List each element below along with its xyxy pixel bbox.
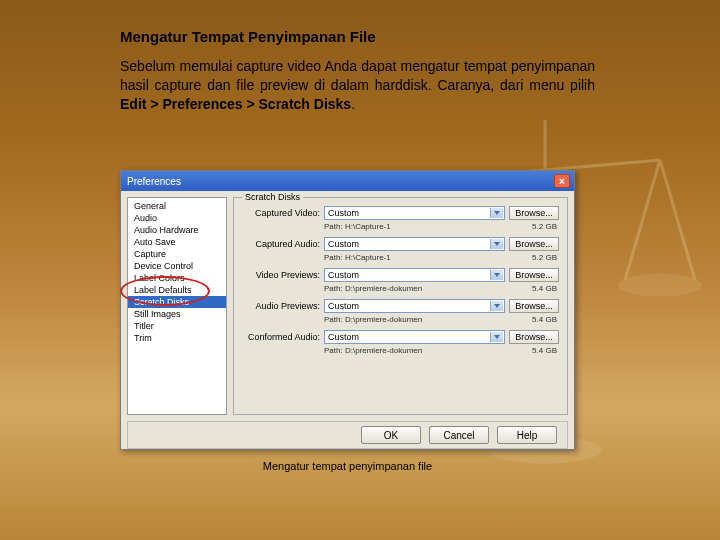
video-previews-path: Path: D:\premiere-dokumen — [324, 284, 422, 293]
sidebar-item-still-images[interactable]: Still Images — [128, 308, 226, 320]
audio-previews-label: Audio Previews: — [242, 301, 320, 311]
sidebar-item-titler[interactable]: Titler — [128, 320, 226, 332]
audio-previews-browse[interactable]: Browse... — [509, 299, 559, 313]
sidebar-item-audio-hardware[interactable]: Audio Hardware — [128, 224, 226, 236]
sidebar-item-label-defaults[interactable]: Label Defaults — [128, 284, 226, 296]
conformed-audio-path: Path: D:\premiere-dokumen — [324, 346, 422, 355]
close-icon: × — [559, 176, 565, 187]
sidebar-item-device-control[interactable]: Device Control — [128, 260, 226, 272]
group-label: Scratch Disks — [242, 192, 303, 202]
conformed-audio-browse[interactable]: Browse... — [509, 330, 559, 344]
captured-audio-combo[interactable]: Custom — [324, 237, 505, 251]
captured-audio-row: Captured Audio: Custom Browse... — [242, 237, 559, 251]
captured-audio-label: Captured Audio: — [242, 239, 320, 249]
audio-previews-combo[interactable]: Custom — [324, 299, 505, 313]
video-previews-combo[interactable]: Custom — [324, 268, 505, 282]
captured-audio-path: Path: H:\Capture-1 — [324, 253, 391, 262]
captured-video-row: Captured Video: Custom Browse... — [242, 206, 559, 220]
category-sidebar: General Audio Audio Hardware Auto Save C… — [127, 197, 227, 415]
captured-video-path: Path: H:\Capture-1 — [324, 222, 391, 231]
sidebar-item-scratch-disks[interactable]: Scratch Disks — [128, 296, 226, 308]
captured-video-combo[interactable]: Custom — [324, 206, 505, 220]
captured-audio-size: 5.2 GB — [532, 253, 557, 262]
preferences-dialog: Preferences × General Audio Audio Hardwa… — [120, 170, 575, 450]
close-button[interactable]: × — [554, 174, 570, 188]
conformed-audio-size: 5.4 GB — [532, 346, 557, 355]
captured-audio-browse[interactable]: Browse... — [509, 237, 559, 251]
scratch-disks-group: Scratch Disks Captured Video: Custom Bro… — [233, 197, 568, 415]
svg-point-3 — [620, 275, 700, 295]
sidebar-item-general[interactable]: General — [128, 200, 226, 212]
captured-video-size: 5.2 GB — [532, 222, 557, 231]
sidebar-item-label-colors[interactable]: Label Colors — [128, 272, 226, 284]
page-heading: Mengatur Tempat Penyimpanan File — [120, 28, 595, 45]
titlebar: Preferences × — [121, 171, 574, 191]
sidebar-item-trim[interactable]: Trim — [128, 332, 226, 344]
cancel-button[interactable]: Cancel — [429, 426, 489, 444]
conformed-audio-combo[interactable]: Custom — [324, 330, 505, 344]
video-previews-row: Video Previews: Custom Browse... — [242, 268, 559, 282]
audio-previews-row: Audio Previews: Custom Browse... — [242, 299, 559, 313]
conformed-audio-label: Conformed Audio: — [242, 332, 320, 342]
captured-video-browse[interactable]: Browse... — [509, 206, 559, 220]
ok-button[interactable]: OK — [361, 426, 421, 444]
dialog-title: Preferences — [125, 176, 554, 187]
captured-video-label: Captured Video: — [242, 208, 320, 218]
sidebar-item-auto-save[interactable]: Auto Save — [128, 236, 226, 248]
video-previews-size: 5.4 GB — [532, 284, 557, 293]
sidebar-item-capture[interactable]: Capture — [128, 248, 226, 260]
conformed-audio-row: Conformed Audio: Custom Browse... — [242, 330, 559, 344]
dialog-button-bar: OK Cancel Help — [127, 421, 568, 449]
video-previews-browse[interactable]: Browse... — [509, 268, 559, 282]
audio-previews-path: Path: D:\premiere-dokumen — [324, 315, 422, 324]
help-button[interactable]: Help — [497, 426, 557, 444]
body-paragraph: Sebelum memulai capture video Anda dapat… — [120, 57, 595, 114]
sidebar-item-audio[interactable]: Audio — [128, 212, 226, 224]
figure-caption: Mengatur tempat penyimpanan file — [120, 460, 575, 472]
audio-previews-size: 5.4 GB — [532, 315, 557, 324]
video-previews-label: Video Previews: — [242, 270, 320, 280]
